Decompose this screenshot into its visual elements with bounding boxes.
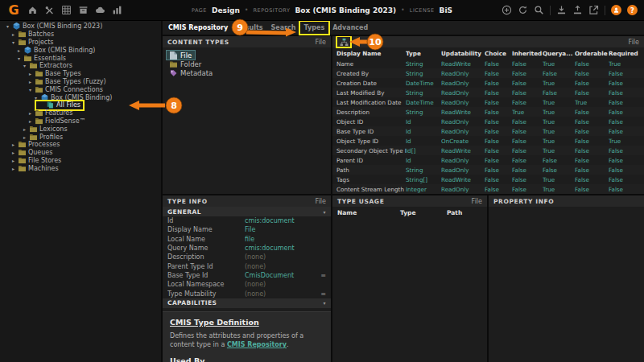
tree-item[interactable]: ▾ Essentials xyxy=(0,54,161,62)
column-header[interactable]: Type xyxy=(406,50,441,57)
tree-item[interactable]: ▸ Base Types xyxy=(0,70,161,78)
property-row[interactable]: Parent Type Id (none) xyxy=(163,261,331,270)
cloud-icon[interactable] xyxy=(95,5,105,15)
table-row[interactable]: Last Modification DateDateTimeReadOnlyFa… xyxy=(332,97,644,107)
tree-item[interactable]: ▸ Queues xyxy=(0,149,161,157)
column-header[interactable]: Name xyxy=(337,209,400,216)
expander-icon[interactable]: ▸ xyxy=(22,134,27,140)
tab-results[interactable]: Results xyxy=(232,22,266,34)
tab-types[interactable]: Types xyxy=(300,22,329,34)
table-row[interactable]: PathStringReadOnlyFalseFalseFalseFalseFa… xyxy=(332,165,644,175)
cmis-repository-link[interactable]: CMIS Repository xyxy=(227,341,287,348)
tools-icon[interactable] xyxy=(44,5,55,15)
refresh-icon[interactable] xyxy=(518,5,528,15)
expander-icon[interactable]: ▸ xyxy=(27,118,33,124)
expander-icon[interactable]: ▾ xyxy=(33,95,39,101)
expander-icon[interactable]: ▸ xyxy=(16,47,22,53)
property-row[interactable]: Type Mutability (none) ≡ xyxy=(163,289,331,298)
grid-icon[interactable] xyxy=(61,5,72,15)
repository-value[interactable]: Box (CMIS Binding 2023) xyxy=(295,6,396,14)
menu-icon[interactable]: ≡ xyxy=(320,290,326,298)
column-header[interactable]: Querya... xyxy=(543,50,575,57)
tree-item[interactable]: ▾ Projects xyxy=(0,39,161,47)
capabilities-section-header[interactable]: CAPABILITIES xyxy=(163,298,331,308)
expander-icon[interactable]: ▸ xyxy=(10,150,16,155)
table-row[interactable]: Base Type IDIdReadOnlyFalseFalseTrueFals… xyxy=(332,126,644,136)
expander-icon[interactable]: ▸ xyxy=(27,71,33,76)
tree-item[interactable]: ▸ Features xyxy=(0,109,161,117)
expander-icon[interactable]: ▸ xyxy=(22,126,27,132)
expander-icon[interactable]: ▸ xyxy=(27,79,33,84)
tab-cmis-repository[interactable]: CMIS Repository xyxy=(164,22,232,34)
add-icon[interactable] xyxy=(502,5,512,15)
content-type-item-file[interactable]: File xyxy=(167,51,195,60)
expander-icon[interactable]: ▾ xyxy=(5,23,10,29)
tab-search[interactable]: Search xyxy=(267,22,300,34)
table-row[interactable]: Object IDIdReadOnlyFalseFalseTrueFalseFa… xyxy=(332,117,644,126)
tree-item[interactable]: ▸ Processes xyxy=(0,141,161,149)
tree-item[interactable]: ▾ Extractors xyxy=(0,62,161,70)
table-row[interactable]: Object Type IDIdOnCreateFalseFalseTrueFa… xyxy=(332,136,644,146)
general-section-header[interactable]: GENERAL xyxy=(163,207,331,216)
column-header[interactable]: Required xyxy=(609,50,640,57)
content-type-item-metadata[interactable]: Metadata xyxy=(167,68,216,77)
column-header[interactable]: Inherited xyxy=(512,50,543,57)
expander-icon[interactable]: ▾ xyxy=(27,87,33,93)
tree-item[interactable]: ▾ Box (CMIS Binding 2023) xyxy=(0,23,161,31)
tree-item[interactable]: ▸ Machines xyxy=(0,164,161,172)
share-icon[interactable] xyxy=(588,5,599,15)
property-row[interactable]: Description (none) xyxy=(163,253,331,261)
content-type-item-folder[interactable]: Folder xyxy=(167,60,204,68)
expander-icon[interactable]: ▾ xyxy=(22,63,27,68)
property-row[interactable]: Query Name cmis:document xyxy=(163,244,331,253)
expander-icon[interactable]: ▸ xyxy=(10,142,16,147)
tree-item[interactable]: ▸ File Stores xyxy=(0,157,161,165)
expander-icon[interactable]: ▸ xyxy=(10,31,16,37)
tree-item[interactable]: ▸ Lexicons xyxy=(0,125,161,133)
home-icon[interactable] xyxy=(27,5,38,15)
column-header[interactable]: Choice xyxy=(485,50,512,57)
hierarchy-view-icon[interactable] xyxy=(337,37,350,47)
expander-icon[interactable]: ▸ xyxy=(27,110,33,116)
expander-icon[interactable]: ▸ xyxy=(10,158,16,163)
expander-icon[interactable]: ▸ xyxy=(10,166,16,171)
column-header[interactable]: Type xyxy=(400,209,447,216)
table-row[interactable]: NameStringReadWriteFalseFalseTrueFalseTr… xyxy=(332,59,644,68)
menu-icon[interactable]: ≡ xyxy=(320,272,326,279)
page-value[interactable]: Design xyxy=(212,6,240,14)
table-row[interactable]: Created ByStringReadOnlyFalseFalseFalseF… xyxy=(332,68,644,78)
box-icon[interactable] xyxy=(78,5,89,15)
table-row[interactable]: Parent IDIdReadOnlyFalseFalseFalseFalseF… xyxy=(332,155,644,165)
app-logo[interactable]: G xyxy=(6,3,21,18)
tab-advanced[interactable]: Advanced xyxy=(328,22,372,34)
tree-item-all-files[interactable]: All Files xyxy=(0,101,161,109)
column-header[interactable]: Display Name xyxy=(336,50,406,57)
tree-item[interactable]: ▸ Batches xyxy=(0,31,161,39)
expander-icon[interactable]: ▾ xyxy=(16,56,22,61)
table-row[interactable]: DescriptionStringReadWriteFalseTrueTrueF… xyxy=(332,107,644,117)
column-header[interactable]: Path xyxy=(447,209,482,216)
download-icon[interactable] xyxy=(556,5,567,15)
search-icon[interactable] xyxy=(534,5,544,15)
table-row[interactable]: Last Modified ByStringReadOnlyFalseFalse… xyxy=(332,88,644,97)
tree-item[interactable]: ▸ Profiles xyxy=(0,133,161,141)
tree-item[interactable]: ▸ Box (CMIS Binding) xyxy=(0,46,161,54)
help-icon[interactable]: ? xyxy=(627,5,638,15)
property-row[interactable]: Base Type Id CmisDocument ≡ xyxy=(163,271,331,280)
table-row[interactable]: Content Stream LengthIntegerReadOnlyFals… xyxy=(332,184,644,194)
chart-icon[interactable] xyxy=(112,5,122,15)
table-row[interactable]: TagsString[]ReadWriteFalseFalseTrueFalse… xyxy=(332,175,644,184)
property-row[interactable]: Display Name File xyxy=(163,225,331,234)
column-header[interactable]: Orderable xyxy=(575,50,609,57)
expander-icon[interactable]: ▾ xyxy=(10,39,16,45)
table-row[interactable]: Secondary Object Type IDsId[]ReadWriteFa… xyxy=(332,146,644,155)
property-row[interactable]: Id cmis:document xyxy=(163,216,331,225)
table-row[interactable]: Creation DateDateTimeReadOnlyFalseFalseT… xyxy=(332,78,644,88)
tree-item[interactable]: ▸ FieldSense™ xyxy=(0,117,161,125)
tree-item[interactable]: ▾ Box (CMIS Binding) xyxy=(0,93,161,101)
property-row[interactable]: Local Namespace (none) xyxy=(163,280,331,289)
column-header[interactable]: Updatability xyxy=(441,50,485,57)
tree-item[interactable]: ▾ CMIS Connections xyxy=(0,85,161,93)
property-row[interactable]: Local Name file xyxy=(163,235,331,244)
tree-item[interactable]: ▸ Base Types (Fuzzy) xyxy=(0,78,161,86)
